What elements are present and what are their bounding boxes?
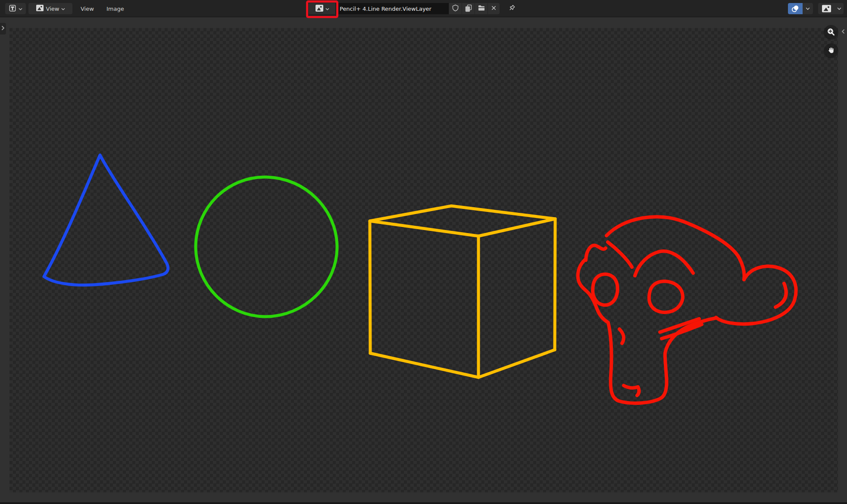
folder-icon [478, 5, 485, 12]
toolbar-toggle-tab[interactable] [0, 23, 6, 34]
chevron-right-icon [1, 25, 5, 32]
window-bottom-edge [0, 502, 847, 504]
mode-selector-dropdown[interactable]: View [28, 3, 72, 14]
pin-button[interactable] [506, 3, 517, 14]
image-icon [36, 4, 44, 13]
display-channels-dropdown[interactable] [788, 3, 813, 14]
chevron-left-icon [841, 29, 845, 35]
chevron-down-icon [834, 3, 844, 14]
image-selector-dropdown[interactable] [818, 3, 844, 14]
chevron-down-icon [61, 6, 65, 12]
copy-icon [465, 4, 472, 13]
image-name-field[interactable]: Pencil+ 4.Line Render.ViewLayer [336, 3, 449, 14]
menu-view[interactable]: View [77, 3, 98, 14]
magnifier-plus-icon [826, 27, 836, 38]
image-icon [818, 3, 834, 14]
mode-selector-label: View [46, 6, 59, 12]
duplicate-image-button[interactable] [462, 3, 475, 14]
chevron-down-icon [325, 6, 329, 12]
unlink-image-button[interactable] [488, 3, 500, 14]
shield-icon [452, 4, 459, 13]
open-image-button[interactable] [475, 3, 488, 14]
close-icon [491, 5, 497, 12]
menu-image[interactable]: Image [103, 3, 128, 14]
fake-user-button[interactable] [449, 3, 462, 14]
editor-type-button[interactable] [5, 3, 26, 14]
image-canvas[interactable] [9, 28, 838, 492]
chevron-down-icon [803, 3, 813, 14]
image-icon [315, 4, 324, 13]
chevron-down-icon [19, 6, 22, 12]
image-viewport [0, 18, 847, 502]
image-editor-icon [9, 4, 16, 13]
pin-icon [507, 4, 516, 14]
sidebar-toggle-tab[interactable] [840, 28, 846, 36]
browse-image-dropdown[interactable] [309, 3, 335, 14]
hand-icon [827, 46, 835, 56]
editor-header: View View Image Pencil+ 4.Line Render.Vi… [0, 0, 847, 17]
pan-gizmo[interactable] [824, 44, 838, 58]
color-channels-icon [788, 3, 803, 14]
image-datablock-cluster: Pencil+ 4.Line Render.ViewLayer [309, 3, 517, 14]
zoom-gizmo[interactable] [824, 25, 838, 40]
